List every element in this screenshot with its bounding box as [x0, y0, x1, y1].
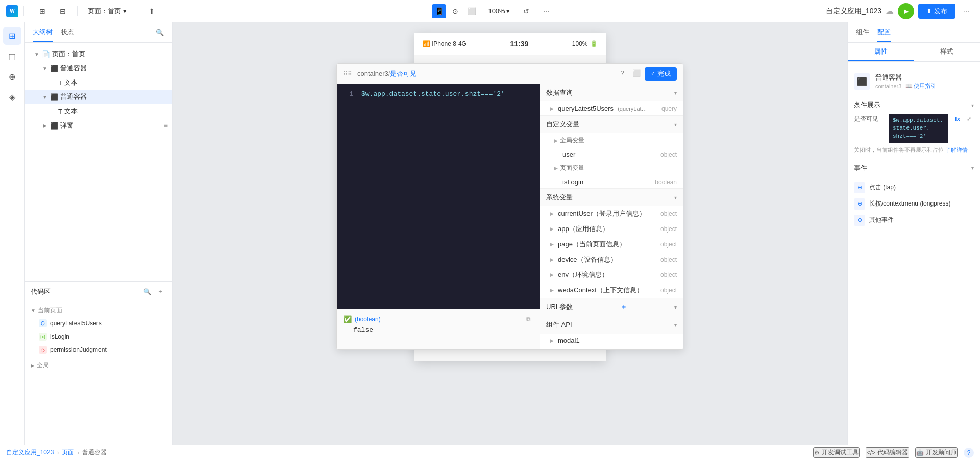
- expand-vis-btn[interactable]: ⤢: [964, 114, 974, 124]
- tree-item-container2[interactable]: ▼ ⬛ 普通容器: [24, 90, 172, 104]
- plugins-icon-btn[interactable]: ◈: [3, 88, 21, 106]
- code-panel: 代码区 🔍 ＋ ▼ 当前页面 Q queryLatest5Users: [24, 282, 172, 445]
- refresh-btn[interactable]: ↺: [519, 4, 533, 18]
- env-item[interactable]: ▶ env（环境信息） object: [540, 267, 683, 283]
- container1-expand[interactable]: ▼: [41, 64, 49, 72]
- custom-var-header[interactable]: 自定义变量 ▾: [540, 116, 683, 133]
- dev-helper-btn[interactable]: 🤖 开发顾问师: [915, 447, 958, 458]
- dev-helper-icon: 🤖: [916, 449, 924, 456]
- custom-var-label: 自定义变量: [546, 120, 579, 129]
- style-tab[interactable]: 样式: [914, 43, 981, 61]
- code-item-permission[interactable]: ◇ permissionJudgment: [24, 343, 172, 356]
- component-meta: 普通容器 container3 📖 使用指引: [875, 73, 936, 90]
- expr-code-editor[interactable]: 1 $w.app.dataset.state.user.shzt==='2': [337, 84, 540, 309]
- page-item[interactable]: ▶ page（当前页面信息） object: [540, 237, 683, 252]
- publish-label: 发布: [934, 7, 947, 16]
- canvas-area[interactable]: 📶 iPhone 8 4G 11:39 100% 🔋 ⠿⠿ container3…: [173, 22, 847, 445]
- component-tab[interactable]: 组件: [856, 23, 869, 42]
- current-page-header[interactable]: ▼ 当前页面: [24, 303, 172, 317]
- layers-icon-btn[interactable]: ⊞: [3, 27, 21, 45]
- tablet-device-btn[interactable]: ⬜: [464, 4, 479, 18]
- state-tab[interactable]: 状态: [61, 23, 74, 42]
- container2-expand[interactable]: ▼: [41, 93, 49, 101]
- tree-item-container1[interactable]: ▼ ⬛ 普通容器: [24, 61, 172, 75]
- prop-tab[interactable]: 属性: [848, 43, 914, 61]
- inspect-btn[interactable]: ⊙: [448, 4, 462, 18]
- custom-var-arrow: ▾: [674, 122, 677, 127]
- code-editor-btn[interactable]: </> 代码编辑器: [866, 447, 909, 458]
- result-copy-btn[interactable]: ⧉: [523, 314, 533, 324]
- global-var-subheader[interactable]: ▶ 全局变量: [548, 133, 683, 148]
- tree-item-text1[interactable]: T 文本: [24, 75, 172, 90]
- islogin-var-item[interactable]: isLogin boolean: [548, 175, 683, 188]
- event-longpress[interactable]: ⊕ 长按/contextmenu (longpress): [854, 196, 974, 212]
- grid-view-btn[interactable]: ⊞: [34, 3, 51, 19]
- text1-api-item[interactable]: ▶ text1: [540, 347, 683, 349]
- event-section-header[interactable]: 事件 ▾: [854, 161, 974, 176]
- more-options-btn[interactable]: ···: [540, 4, 554, 18]
- tree-item-modal[interactable]: ▶ ⬛ 弹窗 ≡: [24, 118, 172, 133]
- run-btn[interactable]: ▶: [898, 3, 914, 19]
- component-api-header[interactable]: 组件 API ▾: [540, 316, 683, 334]
- mobile-device-btn[interactable]: 📱: [432, 4, 446, 18]
- visibility-code[interactable]: $w.app.dataset.state.user.shzt==='2': [889, 114, 948, 143]
- currentuser-name: currentUser（登录用户信息）: [558, 209, 646, 218]
- tree-item-page[interactable]: ▼ 📄 页面：首页: [24, 47, 172, 61]
- currentuser-item[interactable]: ▶ currentUser（登录用户信息） object: [540, 206, 683, 221]
- fx-btn[interactable]: fx: [952, 114, 963, 124]
- drag-handle[interactable]: ⠿⠿: [343, 70, 352, 78]
- wedacontext-item[interactable]: ▶ wedaContext（上下文信息） object: [540, 283, 683, 298]
- device-item[interactable]: ▶ device（设备信息） object: [540, 252, 683, 267]
- page-var-subheader[interactable]: ▶ 页面变量: [548, 161, 683, 175]
- list-view-btn[interactable]: ⊟: [55, 3, 71, 19]
- dev-tools-btn[interactable]: ⚙ 开发调试工具: [813, 447, 860, 458]
- code-search-btn[interactable]: 🔍: [141, 286, 153, 297]
- page-expand[interactable]: ▼: [33, 50, 41, 58]
- app-item[interactable]: ▶ app（应用信息） object: [540, 221, 683, 237]
- publish-btn[interactable]: ⬆ 发布: [918, 4, 955, 19]
- code-item-query[interactable]: Q queryLatest5Users: [24, 317, 172, 330]
- condition-section-header[interactable]: 条件展示 ▾: [854, 100, 974, 110]
- modal1-api-item[interactable]: ▶ modal1: [540, 334, 683, 347]
- query-icon: Q: [39, 319, 47, 327]
- event-other[interactable]: ⊕ 其他事件: [854, 212, 974, 228]
- code-add-btn[interactable]: ＋: [155, 286, 166, 297]
- help-circle-btn[interactable]: ?: [964, 448, 974, 458]
- user-var-item[interactable]: user object: [548, 148, 683, 161]
- modal-expand[interactable]: ▶: [41, 121, 49, 130]
- container1-label: 普通容器: [60, 64, 87, 73]
- outline-tab[interactable]: 大纲树: [33, 23, 53, 42]
- longpress-label: 长按/contextmenu (longpress): [869, 199, 950, 208]
- done-btn[interactable]: ✓ 完成: [645, 67, 677, 81]
- breadcrumb-page[interactable]: 页面: [62, 448, 74, 457]
- toolbar-right: 自定义应用_1023 ☁ ▶ ⬆ 发布 ···: [826, 3, 974, 19]
- export-btn[interactable]: ⬆: [143, 3, 160, 19]
- component-link[interactable]: 📖 使用指引: [905, 82, 936, 90]
- help-btn[interactable]: ?: [616, 67, 628, 80]
- component-id: container3: [875, 83, 901, 89]
- outline-search-btn[interactable]: 🔍: [156, 29, 164, 36]
- learn-more-link[interactable]: 了解详情: [945, 147, 968, 153]
- expand-btn[interactable]: ⬜: [630, 67, 643, 80]
- url-param-header[interactable]: URL参数 ＋ ▾: [540, 298, 683, 316]
- toolbar-more-btn[interactable]: ···: [960, 4, 974, 18]
- code-item-islogin[interactable]: {x} isLogin: [24, 330, 172, 343]
- modal-action-icon[interactable]: ≡: [164, 121, 168, 130]
- breadcrumb-sep1: ›: [57, 449, 59, 456]
- page-selector[interactable]: 页面：首页 ▾: [84, 5, 131, 18]
- env-name: env（环境信息）: [558, 270, 608, 279]
- data-query-item[interactable]: ▶ queryLatest5Users (queryLat… query: [540, 101, 683, 115]
- islogin-var-name: isLogin: [562, 178, 583, 186]
- system-var-header[interactable]: 系统变量 ▾: [540, 189, 683, 206]
- tree-item-text2[interactable]: T 文本: [24, 104, 172, 118]
- battery-icon: 🔋: [590, 40, 598, 47]
- data-icon-btn[interactable]: ◫: [3, 47, 21, 65]
- config-tab[interactable]: 配置: [877, 23, 891, 42]
- zoom-selector[interactable]: 100% ▾: [485, 5, 512, 17]
- event-tap[interactable]: ⊕ 点击 (tap): [854, 180, 974, 196]
- components-icon-btn[interactable]: ⊕: [3, 67, 21, 86]
- breadcrumb-app[interactable]: 自定义应用_1023: [6, 448, 54, 457]
- url-add-btn[interactable]: ＋: [620, 302, 627, 312]
- data-query-header[interactable]: 数据查询 ▾: [540, 84, 683, 101]
- global-header[interactable]: ▶ 全局: [24, 359, 172, 372]
